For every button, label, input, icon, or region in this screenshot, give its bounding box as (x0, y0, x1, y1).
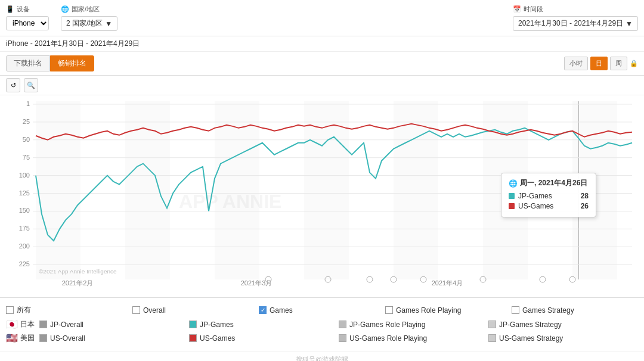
chart-tooltip: 🌐 周一, 2021年4月26日 JP-Games 28 US-Games 26 (501, 173, 596, 217)
tooltip-title: 🌐 周一, 2021年4月26日 (509, 178, 589, 188)
lock-icon: 🔒 (630, 60, 638, 67)
swatch-jp-overall (39, 320, 47, 328)
tooltip-globe-icon: 🌐 (509, 179, 518, 188)
swatch-jp-strategy (488, 320, 496, 328)
time-week-btn[interactable]: 周 (610, 57, 627, 70)
svg-text:150: 150 (19, 207, 30, 214)
globe-icon: 🌐 (61, 5, 69, 13)
legend-item-all: 所有 (6, 305, 132, 315)
country-dropdown[interactable]: 2 国家/地区 ▼ (61, 16, 117, 31)
reset-zoom-button[interactable]: ↺ (6, 78, 20, 92)
zoom-button[interactable]: 🔍 (24, 78, 38, 92)
legend-global-row: 所有 Overall ✓ Games Games Role Playing Ga… (6, 305, 638, 315)
country-control: 🌐 国家/地区 2 国家/地区 ▼ (61, 5, 117, 31)
period-dropdown[interactable]: 2021年1月30日 - 2021年4月29日 ▼ (513, 16, 638, 31)
device-icon: 📱 (6, 5, 14, 13)
legend-item-role-playing: Games Role Playing (385, 306, 512, 315)
chart-toolbar: ↺ 🔍 (0, 76, 644, 95)
svg-text:2021年2月: 2021年2月 (62, 279, 94, 287)
tooltip-row-us: US-Games 26 (509, 202, 589, 210)
svg-text:1: 1 (26, 100, 30, 107)
cb-games[interactable]: ✓ (259, 306, 267, 314)
calendar-icon: 📅 (513, 5, 521, 13)
svg-text:125: 125 (19, 189, 30, 197)
tooltip-jp-value: 28 (581, 192, 589, 200)
tooltip-us-value: 26 (581, 202, 589, 210)
legend-jp-strategy: JP-Games Strategy (488, 320, 638, 329)
tooltip-jp-label: JP-Games (509, 192, 552, 200)
period-label: 📅 时间段 (513, 5, 638, 14)
svg-text:225: 225 (19, 260, 30, 267)
tooltip-us-label: US-Games (509, 202, 553, 210)
device-label: 📱 设备 (6, 5, 49, 14)
tab-bestseller-rank[interactable]: 畅销排名 (50, 55, 94, 71)
cb-strategy[interactable] (512, 306, 519, 314)
svg-text:25: 25 (23, 118, 30, 125)
swatch-us-role-playing (339, 334, 346, 342)
time-hour-btn[interactable]: 小时 (564, 57, 588, 70)
country-label: 🌐 国家/地区 (61, 5, 117, 14)
top-bar-left: 📱 设备 iPhone 🌐 国家/地区 2 国家/地区 ▼ (6, 5, 117, 31)
legend-item-strategy: Games Strategy (512, 306, 638, 315)
legend-item-overall: Overall (132, 306, 259, 315)
watermark-text: APP ANNIE (179, 191, 281, 212)
tooltip-row-jp: JP-Games 28 (509, 192, 589, 200)
subtitle-bar: iPhone - 2021年1月30日 - 2021年4月29日 (0, 36, 644, 52)
svg-point-33 (367, 276, 373, 282)
device-control: 📱 设备 iPhone (6, 5, 49, 30)
bottom-credit: 搜狐号@游戏陀螺 (0, 351, 644, 361)
swatch-jp-role-playing (339, 320, 346, 328)
svg-rect-0 (36, 101, 80, 279)
svg-text:175: 175 (19, 225, 30, 232)
legend-us-overall: US-Overall (39, 334, 189, 343)
subtitle-text: iPhone - 2021年1月30日 - 2021年4月29日 (6, 39, 140, 48)
chevron-down-icon: ▼ (105, 20, 112, 28)
swatch-us-strategy (488, 334, 496, 342)
us-country: 🇺🇸 美国 (6, 332, 39, 344)
tab-bar: 下载排名 畅销排名 小时 日 周 🔒 (0, 52, 644, 76)
legend-us-games: US-Games (189, 334, 339, 343)
svg-rect-1 (125, 101, 170, 279)
legend-jp-role-playing: JP-Games Role Playing (339, 320, 488, 329)
legend-jp-overall: JP-Overall (39, 320, 189, 329)
legend-japan-row: 🇯🇵 日本 JP-Overall JP-Games JP-Games Role … (6, 319, 638, 330)
legend-us-strategy: US-Games Strategy (488, 334, 638, 343)
svg-point-37 (540, 276, 546, 282)
cb-overall[interactable] (132, 306, 140, 314)
svg-text:75: 75 (23, 154, 30, 161)
legend-area: 所有 Overall ✓ Games Games Role Playing Ga… (0, 298, 644, 351)
svg-text:2021年3月: 2021年3月 (241, 279, 273, 287)
time-options: 小时 日 周 🔒 (564, 57, 638, 70)
us-flag: 🇺🇸 (6, 332, 18, 344)
us-color-dot (509, 203, 515, 209)
jp-color-dot (509, 193, 515, 199)
period-control: 📅 时间段 2021年1月30日 - 2021年4月29日 ▼ (513, 5, 638, 31)
legend-us-role-playing: US-Games Role Playing (339, 334, 488, 343)
top-bar: 📱 设备 iPhone 🌐 国家/地区 2 国家/地区 ▼ 📅 时间段 2021… (0, 0, 644, 36)
legend-item-games: ✓ Games (259, 306, 385, 315)
rank-tabs: 下载排名 畅销排名 (6, 55, 94, 71)
cb-all[interactable] (6, 306, 14, 314)
svg-text:100: 100 (19, 172, 30, 179)
time-day-btn[interactable]: 日 (590, 57, 608, 70)
svg-rect-3 (304, 101, 349, 279)
japan-flag: 🇯🇵 (6, 319, 18, 330)
japan-country: 🇯🇵 日本 (6, 319, 39, 330)
cb-role-playing[interactable] (385, 306, 393, 314)
svg-text:2021年4月: 2021年4月 (432, 279, 463, 287)
tab-download-rank[interactable]: 下载排名 (6, 55, 50, 71)
svg-text:200: 200 (19, 242, 30, 250)
swatch-us-overall (39, 334, 47, 342)
legend-us-row: 🇺🇸 美国 US-Overall US-Games US-Games Role … (6, 332, 638, 344)
copyright-text: ©2021 App Annie Intelligence (39, 268, 117, 275)
chevron-down-icon-period: ▼ (626, 20, 633, 28)
chart-area: 1 25 50 75 100 125 150 175 200 225 2021年… (0, 95, 644, 298)
swatch-jp-games (189, 320, 197, 328)
svg-text:50: 50 (23, 136, 30, 143)
legend-jp-games: JP-Games (189, 320, 339, 329)
device-select[interactable]: iPhone (6, 16, 49, 30)
swatch-us-games (189, 334, 197, 342)
